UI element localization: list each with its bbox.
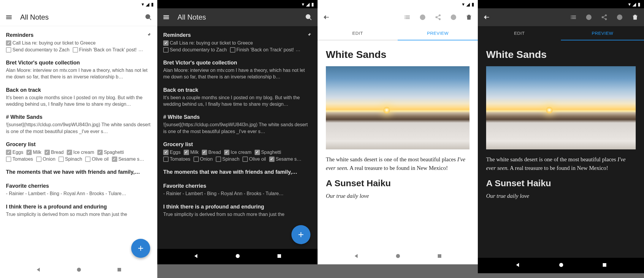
checkbox-item[interactable]: Spaghetti bbox=[97, 149, 126, 156]
notes-list[interactable]: RemindersCall Lisa re: buying our ticket… bbox=[0, 26, 157, 263]
pin-icon[interactable] bbox=[146, 32, 151, 39]
search-icon[interactable] bbox=[304, 13, 313, 21]
preview-content[interactable]: White Sands The white sands desert is on… bbox=[318, 40, 478, 249]
note-item[interactable]: RemindersCall Lisa re: buying our ticket… bbox=[6, 29, 151, 56]
add-note-fab[interactable] bbox=[291, 225, 310, 244]
nav-back-icon[interactable] bbox=[193, 253, 199, 260]
checkbox-item[interactable]: Onion bbox=[36, 156, 57, 162]
back-icon[interactable] bbox=[483, 13, 491, 21]
menu-icon[interactable] bbox=[5, 13, 13, 21]
tab-edit[interactable]: EDIT bbox=[318, 26, 398, 40]
checkbox-item[interactable]: Sesame s… bbox=[269, 156, 303, 162]
checkbox-checked-icon[interactable] bbox=[163, 150, 169, 155]
add-note-fab[interactable] bbox=[131, 239, 150, 258]
checkbox-item[interactable]: Finish 'Back on Track' post! bbox=[73, 47, 139, 53]
checkbox-item[interactable]: Ice cream bbox=[224, 149, 253, 156]
trash-icon[interactable] bbox=[465, 13, 473, 21]
checkbox-empty-icon[interactable] bbox=[242, 157, 248, 162]
checkbox-item[interactable]: Olive oil bbox=[242, 156, 268, 162]
checkbox-empty-icon[interactable] bbox=[73, 47, 78, 53]
checkbox-checked-icon[interactable] bbox=[45, 150, 50, 155]
checkbox-checked-icon[interactable] bbox=[112, 157, 117, 162]
tab-preview[interactable]: PREVIEW bbox=[561, 26, 644, 40]
checkbox-item[interactable]: Sesame s… bbox=[112, 156, 146, 162]
checkbox-item[interactable]: Call Lisa re: buying our ticket to Greec… bbox=[163, 40, 255, 46]
share-icon[interactable] bbox=[600, 13, 608, 21]
checkbox-item[interactable]: Spinach bbox=[216, 156, 241, 162]
notes-list[interactable]: RemindersCall Lisa re: buying our ticket… bbox=[157, 26, 318, 249]
checkbox-item[interactable]: Tomatoes bbox=[6, 156, 35, 162]
nav-recent-icon[interactable] bbox=[602, 262, 607, 269]
checkbox-item[interactable]: Milk bbox=[26, 149, 43, 156]
checkbox-empty-icon[interactable] bbox=[163, 157, 169, 162]
history-icon[interactable] bbox=[418, 13, 427, 21]
checkbox-checked-icon[interactable] bbox=[97, 150, 103, 155]
note-item[interactable]: # White Sands![sunset](https://cldup.com… bbox=[6, 110, 151, 138]
checkbox-empty-icon[interactable] bbox=[163, 47, 169, 53]
checkbox-checked-icon[interactable] bbox=[6, 150, 11, 155]
note-item[interactable]: Back on trackIt's been a couple months s… bbox=[6, 83, 151, 111]
checkbox-checked-icon[interactable] bbox=[224, 150, 229, 155]
checkbox-empty-icon[interactable] bbox=[58, 157, 64, 162]
checkbox-item[interactable]: Finish 'Back on Track' post! bbox=[230, 47, 296, 53]
note-item[interactable]: The moments that we have with friends an… bbox=[163, 165, 312, 179]
info-icon[interactable] bbox=[449, 13, 458, 21]
checkbox-item[interactable]: Spaghetti bbox=[255, 149, 283, 156]
nav-back-icon[interactable] bbox=[353, 253, 359, 260]
note-item[interactable]: RemindersCall Lisa re: buying our ticket… bbox=[163, 29, 312, 56]
note-item[interactable]: Grocery listEggs Milk Bread Ice cream Sp… bbox=[163, 138, 312, 165]
nav-home-icon[interactable] bbox=[558, 262, 564, 269]
checkbox-empty-icon[interactable] bbox=[85, 157, 91, 162]
info-icon[interactable] bbox=[616, 13, 624, 21]
note-item[interactable]: I think there is a profound and enduring… bbox=[163, 200, 312, 221]
checkbox-item[interactable]: Spinach bbox=[58, 156, 84, 162]
note-item[interactable]: Bret Victor's quote collectionAlan Moore… bbox=[163, 56, 312, 83]
note-item[interactable]: Bret Victor's quote collectionAlan Moore… bbox=[6, 56, 151, 83]
checklist-icon[interactable] bbox=[403, 13, 411, 21]
checkbox-item[interactable]: Call Lisa re: buying our ticket to Greec… bbox=[6, 40, 97, 46]
share-icon[interactable] bbox=[434, 13, 442, 21]
trash-icon[interactable] bbox=[631, 13, 639, 21]
checklist-icon[interactable] bbox=[569, 13, 578, 21]
checkbox-checked-icon[interactable] bbox=[269, 157, 275, 162]
checkbox-item[interactable]: Bread bbox=[202, 149, 223, 156]
checkbox-checked-icon[interactable] bbox=[184, 150, 189, 155]
checkbox-empty-icon[interactable] bbox=[230, 47, 235, 53]
note-item[interactable]: Grocery listEggs Milk Bread Ice cream Sp… bbox=[6, 138, 151, 165]
checkbox-item[interactable]: Tomatoes bbox=[163, 156, 192, 162]
nav-recent-icon[interactable] bbox=[277, 253, 282, 260]
checkbox-item[interactable]: Ice cream bbox=[67, 149, 96, 156]
tab-preview[interactable]: PREVIEW bbox=[398, 26, 478, 40]
checkbox-item[interactable]: Send documentary to Zach bbox=[6, 47, 71, 53]
note-item[interactable]: Favorite cherries- Rainier - Lambert - B… bbox=[6, 179, 151, 200]
nav-back-icon[interactable] bbox=[515, 262, 521, 269]
checkbox-item[interactable]: Eggs bbox=[163, 149, 182, 156]
note-item[interactable]: I think there is a profound and enduring… bbox=[6, 200, 151, 221]
checkbox-checked-icon[interactable] bbox=[6, 40, 11, 46]
note-item[interactable]: The moments that we have with friends an… bbox=[6, 165, 151, 179]
note-item[interactable]: Favorite cherries- Rainier - Lambert - B… bbox=[163, 179, 312, 200]
checkbox-checked-icon[interactable] bbox=[163, 40, 169, 46]
checkbox-item[interactable]: Eggs bbox=[6, 149, 25, 156]
nav-back-icon[interactable] bbox=[35, 267, 41, 274]
search-icon[interactable] bbox=[144, 13, 153, 21]
menu-icon[interactable] bbox=[162, 13, 170, 21]
checkbox-item[interactable]: Onion bbox=[193, 156, 215, 162]
checkbox-empty-icon[interactable] bbox=[36, 157, 42, 162]
checkbox-item[interactable]: Bread bbox=[45, 149, 66, 156]
checkbox-empty-icon[interactable] bbox=[6, 47, 11, 53]
checkbox-checked-icon[interactable] bbox=[67, 150, 72, 155]
checkbox-item[interactable]: Milk bbox=[184, 149, 200, 156]
history-icon[interactable] bbox=[585, 13, 593, 21]
checkbox-checked-icon[interactable] bbox=[255, 150, 260, 155]
checkbox-empty-icon[interactable] bbox=[193, 157, 199, 162]
nav-home-icon[interactable] bbox=[76, 267, 82, 274]
checkbox-item[interactable]: Olive oil bbox=[85, 156, 110, 162]
nav-recent-icon[interactable] bbox=[117, 267, 122, 274]
back-icon[interactable] bbox=[322, 13, 331, 21]
note-item[interactable]: # White Sands![sunset](https://cldup.com… bbox=[163, 110, 312, 138]
nav-recent-icon[interactable] bbox=[437, 253, 442, 260]
note-item[interactable]: Back on trackIt's been a couple months s… bbox=[163, 83, 312, 111]
tab-edit[interactable]: EDIT bbox=[478, 26, 561, 40]
preview-content[interactable]: White Sands The white sands desert is on… bbox=[478, 40, 644, 258]
